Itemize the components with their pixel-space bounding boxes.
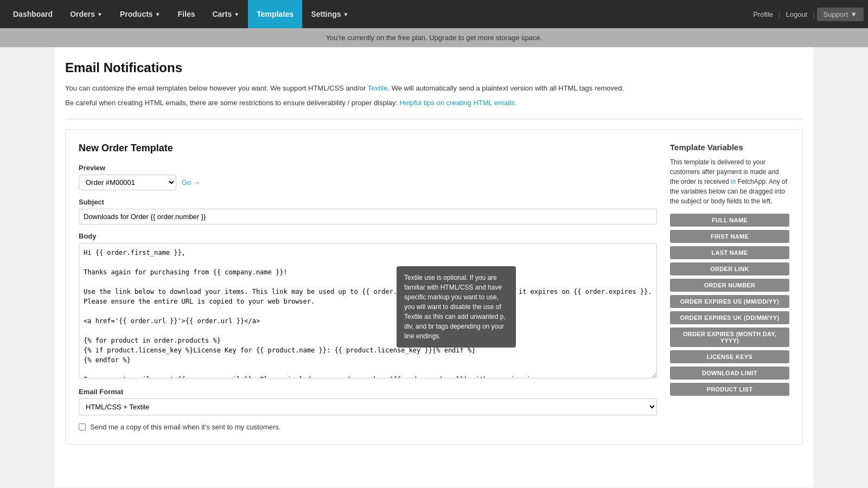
variable-button[interactable]: PRODUCT LIST	[670, 383, 789, 396]
main-content: Email Notifications You can customize th…	[54, 47, 814, 487]
intro-paragraph-2: Be careful when creating HTML emails, th…	[65, 98, 803, 109]
nav-orders[interactable]: Orders ▼	[61, 0, 111, 28]
nav-files[interactable]: Files	[169, 0, 204, 28]
variable-button[interactable]: ORDER NUMBER	[670, 279, 789, 292]
nav-profile[interactable]: Profile	[750, 10, 776, 18]
variable-buttons: FULL NAMEFIRST NAMELAST NAMEORDER LINKOR…	[670, 214, 789, 396]
variable-button[interactable]: FIRST NAME	[670, 230, 789, 243]
subject-input[interactable]	[79, 209, 657, 224]
sidebar-desc: This template is delivered to your custo…	[670, 157, 789, 206]
template-card: New Order Template Preview Order #M00001…	[65, 129, 803, 445]
variable-button[interactable]: ORDER EXPIRES US (MM/DD/YY)	[670, 295, 789, 308]
upgrade-banner: You're currently on the free plan. Upgra…	[0, 28, 868, 47]
nav-support[interactable]: Support ▼	[817, 8, 864, 21]
preview-select[interactable]: Order #M00001	[79, 175, 176, 190]
body-label: Body	[79, 232, 657, 240]
textile-tooltip: Textile use is optional. If you are fami…	[397, 266, 516, 348]
preview-field: Preview Order #M00001 Go →	[79, 164, 657, 190]
card-main: New Order Template Preview Order #M00001…	[79, 143, 657, 431]
go-link[interactable]: Go →	[182, 178, 200, 187]
intro-paragraph-1: You can customize the email templates be…	[65, 83, 803, 94]
settings-caret: ▼	[343, 11, 349, 17]
tips-link[interactable]: Helpful tips on creating HTML emails.	[400, 99, 517, 107]
variable-button[interactable]: FULL NAME	[670, 214, 789, 227]
template-variables-sidebar: Template Variables This template is deli…	[670, 143, 789, 431]
products-caret: ▼	[155, 11, 161, 17]
format-label: Email Format	[79, 388, 657, 396]
nav-carts[interactable]: Carts ▼	[203, 0, 248, 28]
body-field: Body Textile use is optional. If you are…	[79, 232, 657, 380]
copy-checkbox-row: Send me a copy of this email when it's s…	[79, 423, 657, 431]
body-textarea[interactable]	[79, 243, 657, 378]
section-divider	[65, 119, 803, 119]
navbar: Dashboard Orders ▼ Products ▼ Files Cart…	[0, 0, 868, 28]
nav-divider-2: |	[813, 10, 814, 18]
support-caret: ▼	[850, 10, 857, 18]
copy-checkbox[interactable]	[79, 423, 86, 431]
format-select[interactable]: HTML/CSS + Textile Plain Text HTML/CSS	[79, 399, 657, 415]
card-title: New Order Template	[79, 143, 657, 154]
nav-logout[interactable]: Logout	[782, 10, 810, 18]
nav-left: Dashboard Orders ▼ Products ▼ Files Cart…	[4, 0, 750, 28]
variable-button[interactable]: LICENSE KEYS	[670, 350, 789, 363]
orders-caret: ▼	[97, 11, 103, 17]
variable-button[interactable]: ORDER EXPIRES (MONTH DAY, YYYY)	[670, 328, 789, 347]
format-field: Email Format HTML/CSS + Textile Plain Te…	[79, 388, 657, 415]
copy-label: Send me a copy of this email when it's s…	[90, 423, 280, 431]
textile-link[interactable]: Textile	[368, 84, 388, 92]
preview-label: Preview	[79, 164, 657, 172]
fetchapp-link[interactable]: in	[731, 178, 736, 185]
variable-button[interactable]: LAST NAME	[670, 246, 789, 259]
subject-field: Subject	[79, 198, 657, 224]
page-title: Email Notifications	[65, 60, 803, 75]
variable-button[interactable]: DOWNLOAD LIMIT	[670, 367, 789, 380]
preview-row: Order #M00001 Go →	[79, 175, 657, 190]
variable-button[interactable]: ORDER LINK	[670, 262, 789, 275]
nav-divider-1: |	[778, 10, 780, 18]
nav-settings[interactable]: Settings ▼	[302, 0, 357, 28]
sidebar-title: Template Variables	[670, 143, 789, 152]
nav-right: Profile | Logout | Support ▼	[750, 0, 864, 28]
carts-caret: ▼	[234, 11, 239, 17]
nav-products[interactable]: Products ▼	[111, 0, 169, 28]
subject-label: Subject	[79, 198, 657, 206]
nav-dashboard[interactable]: Dashboard	[4, 0, 61, 28]
variable-button[interactable]: ORDER EXPIRES UK (DD/MM/YY)	[670, 311, 789, 324]
nav-templates[interactable]: Templates	[248, 0, 302, 28]
